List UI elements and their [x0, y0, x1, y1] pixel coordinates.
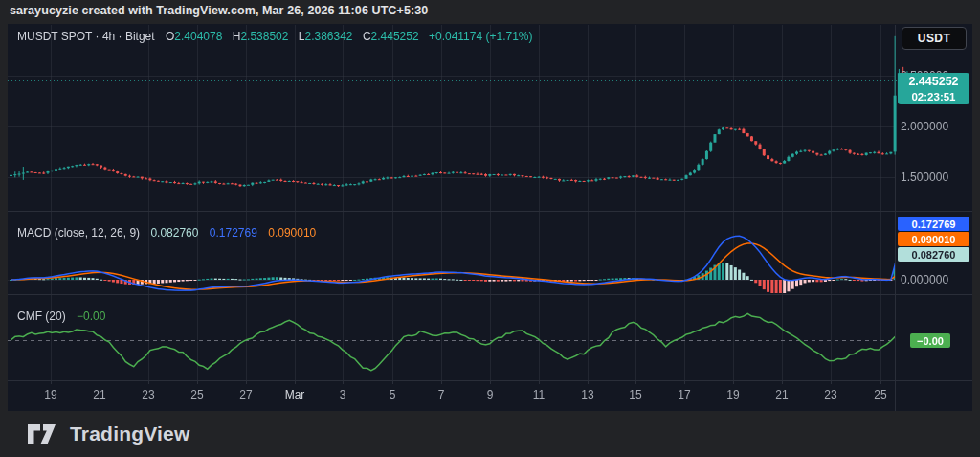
macd-signal-badge: 0.090010	[898, 232, 969, 246]
tradingview-logo-icon	[27, 423, 61, 445]
macd-line-badge: 0.172769	[898, 217, 969, 231]
bar-countdown: 02:23:51	[898, 90, 969, 103]
last-price-value: 2.445252	[898, 75, 969, 90]
cmf-legend: CMF (20) −0.00	[17, 309, 105, 323]
macd-hist-value: 0.082760	[150, 226, 198, 240]
time-axis-label: 21	[775, 388, 788, 401]
ohlc-close: C2.445252	[363, 30, 419, 43]
macd-signal-value: 0.090010	[268, 226, 316, 240]
symbol-legend: MUSDT SPOT · 4h · Bitget O2.404078 H2.53…	[17, 30, 532, 43]
price-axis-label: 2.000000	[901, 120, 948, 133]
brand-name: TradingView	[70, 423, 190, 446]
macd-hist-badge: 0.082760	[898, 247, 969, 262]
footer-bar: TradingView	[0, 411, 980, 457]
time-axis-label: 19	[726, 388, 739, 401]
cmf-title: CMF (20)	[17, 309, 66, 323]
ohlc-open: O2.404078	[166, 30, 222, 43]
tradingview-snapshot: sarayucyzie created with TradingView.com…	[0, 0, 980, 457]
time-axis-label: 5	[390, 388, 396, 401]
time-axis-label: 9	[487, 388, 494, 401]
time-axis-label: 25	[190, 388, 203, 401]
macd-legend: MACD (close, 12, 26, 9) 0.082760 0.17276…	[17, 226, 316, 240]
symbol-title: MUSDT SPOT · 4h · Bitget	[17, 30, 155, 43]
time-axis-label: 3	[340, 388, 346, 401]
time-axis-label: 23	[142, 388, 154, 401]
macd-title: MACD (close, 12, 26, 9)	[17, 226, 140, 240]
time-axis-label: 13	[581, 388, 593, 401]
price-axis-label: 1.500000	[901, 171, 948, 184]
time-axis-label: 17	[678, 388, 690, 401]
time-axis-label: 19	[44, 388, 56, 401]
cmf-badge: −0.00	[910, 333, 950, 348]
price-change: +0.041174 (+1.71%)	[429, 30, 533, 43]
cmf-value: −0.00	[77, 309, 105, 323]
last-price-badge: 2.445252 02:23:51	[898, 73, 969, 104]
time-axis-label: 21	[93, 388, 105, 401]
macd-line-value: 0.172769	[210, 226, 257, 240]
time-axis-label: 7	[438, 388, 445, 401]
tradingview-logo-link[interactable]: TradingView	[27, 423, 190, 446]
ohlc-low: L2.386342	[299, 30, 353, 43]
time-axis-label: 27	[239, 388, 252, 401]
ohlc-high: H2.538502	[233, 30, 289, 43]
macd-zero-label: 0.000000	[901, 273, 948, 286]
time-axis-label: 11	[533, 388, 545, 401]
currency-badge[interactable]: USDT	[902, 27, 967, 50]
time-axis-label: 25	[874, 388, 886, 401]
time-axis-label: 15	[629, 388, 641, 401]
time-axis-label: 23	[824, 388, 836, 401]
time-axis-label: Mar	[285, 388, 305, 401]
